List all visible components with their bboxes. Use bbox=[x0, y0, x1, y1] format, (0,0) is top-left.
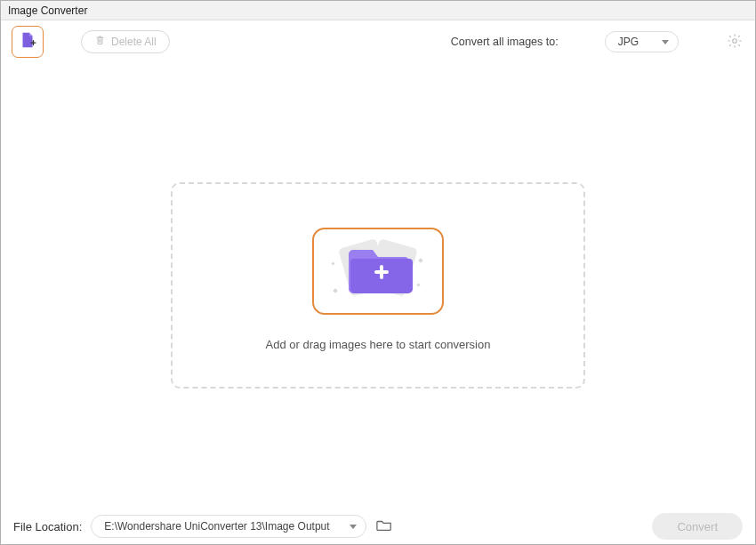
dropzone-hint: Add or drag images here to start convers… bbox=[266, 338, 491, 351]
convert-to-label: Convert all images to: bbox=[451, 36, 559, 48]
folder-icon bbox=[376, 518, 392, 535]
delete-all-button[interactable]: Delete All bbox=[81, 30, 170, 53]
close-button[interactable] bbox=[730, 1, 750, 20]
svg-point-6 bbox=[733, 38, 737, 43]
open-folder-button[interactable] bbox=[375, 518, 393, 534]
add-image-button[interactable] bbox=[12, 26, 44, 58]
main-area: Add or drag images here to start convers… bbox=[1, 63, 755, 507]
titlebar: Image Converter bbox=[1, 1, 755, 20]
toolbar: Delete All Convert all images to: JPG bbox=[1, 20, 755, 63]
file-location-label: File Location: bbox=[13, 520, 82, 533]
svg-rect-3 bbox=[33, 39, 34, 44]
trash-icon bbox=[94, 35, 106, 49]
add-file-icon bbox=[18, 31, 37, 53]
folder-plus-icon bbox=[312, 227, 444, 317]
format-select[interactable]: JPG bbox=[605, 31, 679, 52]
delete-all-label: Delete All bbox=[111, 36, 157, 48]
chevron-down-icon bbox=[662, 40, 669, 44]
gear-icon bbox=[727, 33, 743, 52]
convert-button[interactable]: Convert bbox=[652, 513, 743, 540]
file-location-select[interactable]: E:\Wondershare UniConverter 13\Image Out… bbox=[91, 515, 366, 538]
format-selected-value: JPG bbox=[618, 36, 639, 48]
file-location-path: E:\Wondershare UniConverter 13\Image Out… bbox=[104, 520, 329, 533]
chevron-down-icon bbox=[350, 525, 357, 529]
convert-label: Convert bbox=[677, 520, 718, 533]
footer: File Location: E:\Wondershare UniConvert… bbox=[1, 507, 755, 545]
window-title: Image Converter bbox=[8, 4, 87, 17]
add-images-button[interactable] bbox=[312, 228, 444, 315]
dropzone[interactable]: Add or drag images here to start convers… bbox=[171, 182, 585, 389]
settings-button[interactable] bbox=[725, 32, 744, 52]
svg-rect-10 bbox=[380, 265, 383, 279]
